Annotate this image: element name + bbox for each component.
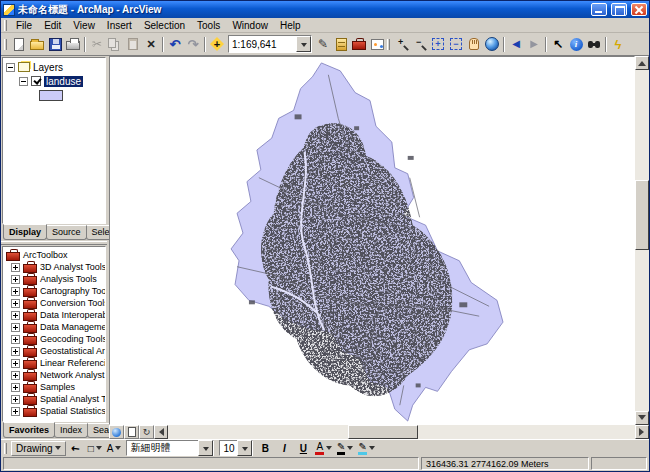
find-button[interactable] [585,35,603,54]
toc-layers-row[interactable]: Layers [3,60,105,74]
data-view-button[interactable] [109,425,124,439]
expand-icon[interactable] [11,323,20,332]
open-folder-button[interactable] [28,35,46,54]
vertical-scroll-thumb[interactable] [635,180,649,250]
toolbox-item[interactable]: Linear Referencing Tools [3,357,105,369]
expand-icon[interactable] [11,287,20,296]
expand-icon[interactable] [11,263,20,272]
font-dropdown-arrow-icon[interactable] [198,440,213,456]
text-tool-button[interactable]: A [105,441,124,456]
print-button[interactable] [64,35,82,54]
menu-file[interactable]: File [10,19,38,32]
toolbox-item[interactable]: Data Interoperability Tools [3,309,105,321]
expand-icon[interactable] [11,311,20,320]
hyperlink-button[interactable]: ϟ [609,35,627,54]
vertical-scrollbar[interactable] [635,56,649,425]
toc-layer-row[interactable]: landuse [3,74,105,88]
identify-button[interactable]: i [567,35,585,54]
expand-icon[interactable] [11,371,20,380]
expand-icon[interactable] [11,395,20,404]
font-color-button[interactable]: A [313,441,334,456]
toolbox-item[interactable]: Data Management Tools [3,321,105,333]
font-size-combobox[interactable]: 10 [219,440,253,456]
fill-color-button[interactable]: ✎ [356,441,376,456]
underline-button[interactable]: U [294,441,312,456]
toolbox-item[interactable]: Conversion Tools [3,297,105,309]
size-dropdown-arrow-icon[interactable] [237,440,252,456]
select-elements-button[interactable]: ↖ [549,35,567,54]
collapse-icon[interactable] [19,77,28,86]
editor-pencil-button[interactable]: ✎ [314,35,332,54]
add-data-button[interactable]: + [208,35,226,54]
menu-view[interactable]: View [67,19,101,32]
bold-button[interactable]: B [256,441,274,456]
redo-button[interactable]: ↷ [184,35,202,54]
scale-dropdown-arrow-icon[interactable] [296,36,311,52]
font-combobox[interactable]: 新細明體 [126,440,214,456]
toolbox-item[interactable]: Geostatistical Analyst Tools [3,345,105,357]
menu-help[interactable]: Help [274,19,307,32]
expand-icon[interactable] [11,335,20,344]
pan-button[interactable] [465,35,483,54]
scroll-up-icon[interactable] [635,56,649,70]
modelbuilder-button[interactable] [368,35,386,54]
fixed-zoom-out-button[interactable]: − [447,35,465,54]
layer-name-label[interactable]: landuse [44,76,83,87]
toolbox-tab-favorites[interactable]: Favorites [3,422,55,438]
layer-visibility-checkbox[interactable] [31,76,41,86]
scroll-down-icon[interactable] [635,411,649,425]
expand-icon[interactable] [11,347,20,356]
layer-symbol-swatch[interactable] [39,90,63,101]
map-scale-combobox[interactable]: 1:169,641 [228,35,312,53]
expand-icon[interactable] [11,383,20,392]
new-document-button[interactable] [10,35,28,54]
expand-icon[interactable] [11,275,20,284]
toolbox-item[interactable]: Analysis Tools [3,273,105,285]
scroll-left-icon[interactable] [154,425,168,439]
menu-edit[interactable]: Edit [38,19,67,32]
drawing-toolbar-grip[interactable] [4,443,7,454]
drawing-menu-button[interactable]: Drawing [11,441,66,456]
shape-tool-button[interactable]: □ [86,441,104,456]
toolbox-tab-index[interactable]: Index [54,423,88,438]
collapse-icon[interactable] [6,63,15,72]
expand-icon[interactable] [11,359,20,368]
toc-tab-source[interactable]: Source [46,225,87,240]
paste-button[interactable] [124,35,142,54]
copy-button[interactable] [106,35,124,54]
arccatalog-button[interactable] [332,35,350,54]
horizontal-scrollbar[interactable] [154,425,649,439]
zoom-next-button[interactable]: ▶ [525,35,543,54]
expand-icon[interactable] [11,407,20,416]
toolbox-item[interactable]: Network Analyst Tools [3,369,105,381]
menu-tools[interactable]: Tools [191,19,226,32]
save-button[interactable] [46,35,64,54]
menu-insert[interactable]: Insert [101,19,138,32]
full-extent-button[interactable] [483,35,501,54]
standard-toolbar-grip[interactable] [4,39,7,50]
toolbox-item[interactable]: 3D Analyst Tools [3,261,105,273]
toolbox-item[interactable]: Spatial Analyst Tools [3,393,105,405]
zoom-back-button[interactable]: ◀ [507,35,525,54]
select-elements-tool-button[interactable]: ↖ [67,441,85,456]
maximize-button[interactable] [611,3,627,16]
cut-button[interactable]: ✂ [88,35,106,54]
fixed-zoom-in-button[interactable]: + [429,35,447,54]
menu-window[interactable]: Window [226,19,274,32]
arctoolbox-root-row[interactable]: ArcToolbox [3,249,105,261]
horizontal-scroll-thumb[interactable] [348,425,418,439]
toolbox-item[interactable]: Geocoding Tools [3,333,105,345]
refresh-view-button[interactable]: ↻ [139,425,154,439]
menu-selection[interactable]: Selection [138,19,191,32]
tools-toolbar-grip[interactable] [387,39,390,50]
expand-icon[interactable] [11,299,20,308]
map-canvas[interactable] [109,56,635,425]
layout-view-button[interactable] [124,425,139,439]
toolbox-item[interactable]: Spatial Statistics Tools [3,405,105,417]
toc-symbol-row[interactable] [3,88,105,102]
delete-button[interactable]: ✕ [142,35,160,54]
toc-tab-display[interactable]: Display [3,224,47,240]
arctoolbox-button[interactable] [350,35,368,54]
minimize-button[interactable] [591,3,607,16]
undo-button[interactable]: ↶ [166,35,184,54]
